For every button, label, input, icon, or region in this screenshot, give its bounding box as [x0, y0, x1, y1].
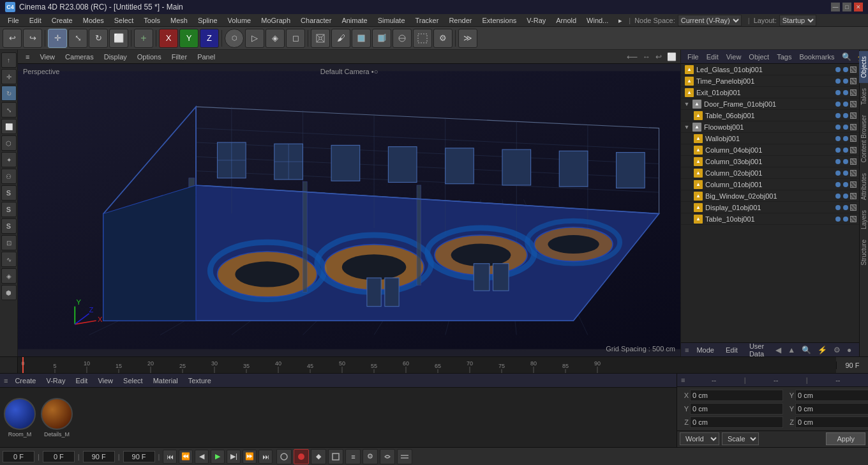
menu-mograph[interactable]: MoGraph [256, 14, 296, 27]
vtab-content[interactable]: Content Browser [859, 110, 868, 167]
menu-file[interactable]: File [3, 14, 24, 27]
vtab-takes[interactable]: Takes [859, 83, 868, 110]
obj-object-btn[interactable]: Object [746, 53, 772, 61]
coord-menu-icon[interactable]: ≡ [681, 376, 685, 384]
menu-modes[interactable]: Modes [78, 14, 109, 27]
anim-motion-btn[interactable] [380, 449, 395, 464]
preview-end-input[interactable] [123, 451, 155, 462]
obj-row-table10[interactable]: ▲ Table_10obj001 [681, 213, 859, 225]
menu-simulate[interactable]: Simulate [373, 14, 410, 27]
rotate-tool-button[interactable]: ↻ [89, 29, 108, 48]
object-mode-button[interactable]: ⬡ [225, 29, 244, 48]
maximize-button[interactable]: □ [842, 3, 851, 11]
menu-select[interactable]: Select [109, 14, 139, 27]
close-button[interactable]: ✕ [854, 3, 863, 11]
anim-sel-btn[interactable] [328, 449, 343, 464]
lt-select[interactable]: ⬜ [1, 119, 17, 134]
mat-view-btn[interactable]: View [94, 377, 116, 385]
lt-text[interactable]: S [1, 185, 17, 201]
anim-auto-btn[interactable] [294, 449, 309, 464]
obj-row-col4[interactable]: ▲ Column_04obj001 [681, 144, 859, 156]
obj-search-icon[interactable]: 🔍 [842, 52, 851, 61]
menu-tracker[interactable]: Tracker [410, 14, 444, 27]
z-axis-button[interactable]: Z [200, 29, 219, 48]
lt-scale[interactable]: ⤡ [1, 102, 17, 118]
attr-filter-icon[interactable]: ⚡ [818, 346, 827, 354]
mat-edit-btn[interactable]: Edit [72, 377, 91, 385]
menu-arnold[interactable]: Arnold [551, 14, 581, 27]
render-region-button[interactable] [413, 29, 432, 48]
attr-back-arrow[interactable]: ◀ [775, 346, 781, 354]
obj-row-floow[interactable]: ▼ ▲ Floowobj001 [681, 121, 859, 133]
attr-up-arrow[interactable]: ▲ [788, 346, 795, 354]
obj-edit-btn[interactable]: Edit [704, 53, 721, 61]
menu-volume[interactable]: Volume [223, 14, 257, 27]
mat-select-btn[interactable]: Select [120, 377, 146, 385]
menu-character[interactable]: Character [296, 14, 336, 27]
vt-icon4[interactable]: ⬜ [667, 52, 677, 61]
attr-userdata-btn[interactable]: User Data [745, 342, 768, 358]
lt-poly[interactable]: ⬡ [1, 135, 17, 151]
lt-magnet[interactable]: ⚇ [1, 169, 17, 184]
layout-select[interactable]: Startup [779, 15, 816, 26]
first-frame-button[interactable]: ⏮ [163, 450, 177, 464]
vt-icon1[interactable]: ⟵ [627, 52, 638, 61]
obj-row-time-panel[interactable]: ▲ Time_Panelobj001 [681, 75, 859, 87]
edge-mode-button[interactable]: ▷ [245, 29, 264, 48]
coord-zr-input[interactable] [795, 416, 868, 428]
obj-bookmarks-btn[interactable]: Bookmarks [797, 53, 837, 61]
more-button[interactable]: ≫ [458, 29, 477, 48]
lt-snap[interactable]: ✦ [1, 152, 17, 167]
end-frame-input[interactable] [83, 451, 115, 462]
y-axis-button[interactable]: Y [179, 29, 198, 48]
obj-tags-btn[interactable]: Tags [774, 53, 794, 61]
anim-settings-btn[interactable]: ⚙ [363, 449, 378, 464]
obj-row-col3[interactable]: ▲ Column_03obj001 [681, 156, 859, 167]
mat-material-btn[interactable]: Material [150, 377, 181, 385]
current-frame-input[interactable] [3, 451, 34, 462]
obj-row-exit[interactable]: ▲ Exit_01obj001 [681, 87, 859, 98]
mat-create-btn[interactable]: Create [11, 377, 39, 385]
material-details[interactable]: Details_M [41, 398, 73, 438]
obj-row-col2[interactable]: ▲ Column_02obj001 [681, 167, 859, 179]
undo-button[interactable]: ↩ [3, 29, 22, 48]
vt-display[interactable]: Display [100, 51, 131, 63]
menu-wind[interactable]: Wind... [581, 14, 613, 27]
point-mode-button[interactable]: ◈ [266, 29, 285, 48]
coord-x-input[interactable] [690, 390, 783, 401]
viewport-options-button[interactable]: ⚙ [433, 29, 453, 48]
perspective-button[interactable] [311, 29, 330, 48]
prev-frame-button[interactable]: ◀ [195, 450, 209, 464]
select-tool-button[interactable]: ⬜ [109, 29, 128, 48]
vt-icon2[interactable]: ↔ [643, 52, 650, 61]
obj-row-table6[interactable]: ▲ Table_06obj001 [681, 110, 859, 121]
last-frame-button[interactable]: ⏭ [258, 450, 273, 464]
display-mode-button[interactable] [393, 29, 412, 48]
obj-view-btn[interactable]: View [724, 53, 744, 61]
obj-row-bigwindow[interactable]: ▲ Big_Window_02obj001 [681, 190, 859, 202]
menu-mesh[interactable]: Mesh [165, 14, 193, 27]
menu-create[interactable]: Create [47, 14, 78, 27]
menu-render[interactable]: Render [444, 14, 477, 27]
move-tool-button[interactable]: ✛ [48, 29, 67, 48]
vt-icon3[interactable]: ↩ [655, 52, 662, 61]
obj-row-col1[interactable]: ▲ Column_01obj001 [681, 179, 859, 190]
attr-search-icon[interactable]: 🔍 [802, 346, 811, 354]
material-room[interactable]: Room_M [4, 398, 36, 438]
lt-arrow[interactable]: ↑ [1, 52, 17, 68]
anim-key-btn[interactable]: ◆ [311, 449, 326, 464]
coord-z-input[interactable] [690, 416, 783, 428]
next-key-button[interactable]: ⏩ [243, 450, 257, 464]
play-button[interactable]: ▶ [211, 450, 225, 464]
menu-arrow[interactable]: ▸ [613, 14, 627, 27]
menu-animate[interactable]: Animate [336, 14, 372, 27]
paint-button[interactable]: 🖌 [331, 29, 350, 48]
anim-record-btn[interactable] [276, 449, 292, 464]
lt-rotate[interactable]: ↻ [1, 86, 17, 101]
vt-menu[interactable]: ≡ [22, 51, 33, 63]
minimize-button[interactable]: — [831, 3, 840, 11]
cube-front-button[interactable] [352, 29, 371, 48]
face-mode-button[interactable]: ◻ [286, 29, 305, 48]
lt-knife[interactable]: S [1, 218, 17, 234]
menu-tools[interactable]: Tools [138, 14, 165, 27]
